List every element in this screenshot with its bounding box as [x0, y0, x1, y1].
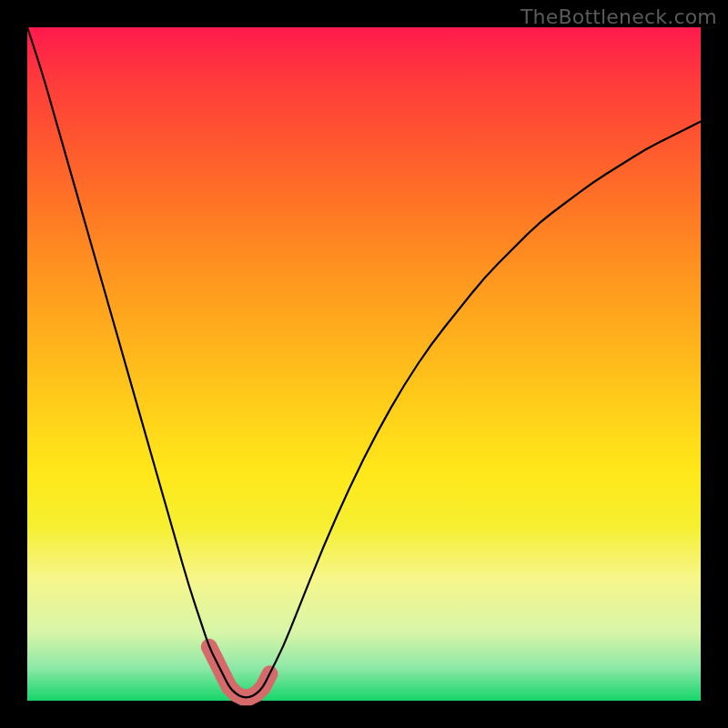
plot-area — [27, 27, 701, 701]
chart-svg — [27, 27, 701, 701]
watermark-text: TheBottleneck.com — [521, 5, 717, 28]
bottleneck-curve — [27, 27, 701, 697]
chart-frame: TheBottleneck.com — [0, 0, 728, 728]
